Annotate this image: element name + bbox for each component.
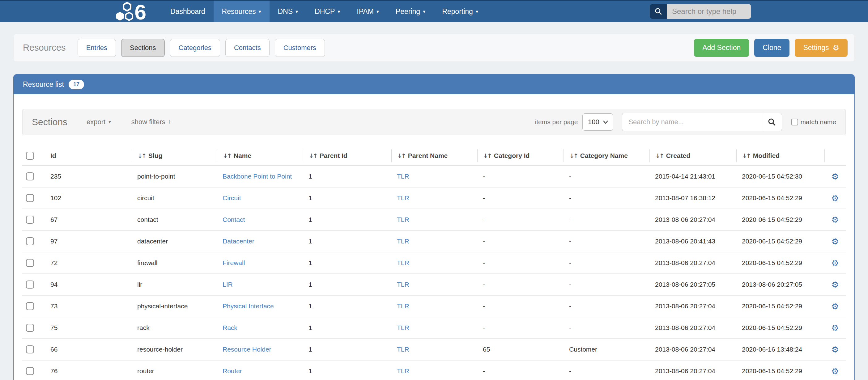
parent-name-link[interactable]: TLR <box>397 194 409 201</box>
column-header-label: Name <box>234 152 251 159</box>
row-gear-button[interactable]: ⚙ <box>831 302 839 311</box>
parent-name-link[interactable]: TLR <box>397 303 409 310</box>
cell-name: Backbone Point to Point <box>217 173 303 180</box>
nav-item-dhcp[interactable]: DHCP▾ <box>306 1 348 22</box>
cell-category-name: - <box>563 259 649 266</box>
parent-name-link[interactable]: TLR <box>397 238 409 245</box>
name-link[interactable]: Physical Interface <box>223 303 274 310</box>
tab-customers[interactable]: Customers <box>275 39 325 57</box>
name-link[interactable]: Resource Holder <box>223 346 271 353</box>
sort-icon[interactable]: ↓↑ <box>483 152 491 159</box>
search-by-name-input[interactable] <box>622 113 762 131</box>
tab-sections[interactable]: Sections <box>121 39 164 57</box>
column-header-label: Parent Id <box>320 152 347 159</box>
cell-parent-id: 1 <box>303 259 391 266</box>
column-header-modified[interactable]: ↓↑Modified <box>736 149 825 162</box>
tab-categories[interactable]: Categories <box>170 39 220 57</box>
cell-category-name: - <box>563 216 649 223</box>
nav-item-peering[interactable]: Peering▾ <box>387 1 434 22</box>
row-checkbox[interactable] <box>26 237 34 245</box>
tab-entries[interactable]: Entries <box>78 39 116 57</box>
column-header-label: Id <box>51 152 56 159</box>
settings-button[interactable]: Settings⚙ <box>795 39 847 57</box>
items-per-page-select[interactable]: 100 <box>582 114 613 131</box>
parent-name-link[interactable]: TLR <box>397 346 409 353</box>
tab-contacts[interactable]: Contacts <box>225 39 270 57</box>
row-checkbox[interactable] <box>26 302 34 310</box>
row-checkbox[interactable] <box>26 259 34 267</box>
nav-item-ipam[interactable]: IPAM▾ <box>348 1 387 22</box>
sections-title: Sections <box>32 117 67 127</box>
row-gear-button[interactable]: ⚙ <box>831 215 839 225</box>
row-checkbox[interactable] <box>26 367 34 375</box>
column-header-category-name[interactable]: ↓↑Category Name <box>563 149 649 162</box>
add-section-button[interactable]: Add Section <box>694 39 749 57</box>
column-header-created[interactable]: ↓↑Created <box>649 149 736 162</box>
sort-icon[interactable]: ↓↑ <box>569 152 578 159</box>
column-header-parent-name[interactable]: ↓↑Parent Name <box>391 149 477 162</box>
help-search-input[interactable] <box>667 4 751 19</box>
column-header-slug[interactable]: ↓↑Slug <box>132 149 217 162</box>
column-header-parent-id[interactable]: ↓↑Parent Id <box>303 149 391 162</box>
cell-slug: resource-holder <box>132 346 217 353</box>
row-gear-button[interactable]: ⚙ <box>831 280 839 289</box>
row-checkbox[interactable] <box>26 194 34 202</box>
row-checkbox[interactable] <box>26 345 34 353</box>
row-checkbox[interactable] <box>26 281 34 289</box>
show-filters-toggle[interactable]: show filters + <box>131 118 171 126</box>
match-name-checkbox[interactable] <box>791 119 798 125</box>
parent-name-link[interactable]: TLR <box>397 324 409 331</box>
name-link[interactable]: Contact <box>223 216 245 223</box>
parent-name-link[interactable]: TLR <box>397 259 409 266</box>
row-gear-button[interactable]: ⚙ <box>831 258 839 268</box>
sort-icon[interactable]: ↓↑ <box>223 152 231 159</box>
name-link[interactable]: LIR <box>223 281 233 288</box>
select-all-checkbox[interactable] <box>26 152 34 160</box>
cell-category-name: Customer <box>563 346 649 353</box>
export-dropdown[interactable]: export ▾ <box>87 118 111 126</box>
app-logo[interactable]: 6 <box>114 1 153 22</box>
sort-icon[interactable]: ↓↑ <box>309 152 317 159</box>
column-header-category-id[interactable]: ↓↑Category Id <box>477 149 563 162</box>
parent-name-link[interactable]: TLR <box>397 216 409 223</box>
cell-slug: datacenter <box>132 238 217 245</box>
table-row: 73physical-interfacePhysical Interface1T… <box>22 296 846 317</box>
parent-name-link[interactable]: TLR <box>397 367 409 374</box>
name-link[interactable]: Backbone Point to Point <box>223 173 292 180</box>
cell-parent-name: TLR <box>391 303 477 310</box>
row-gear-button[interactable]: ⚙ <box>831 236 839 246</box>
clone-button[interactable]: Clone <box>754 39 789 57</box>
row-gear-button[interactable]: ⚙ <box>831 323 839 333</box>
cell-modified: 2020-06-16 13:48:24 <box>736 346 825 353</box>
name-link[interactable]: Rack <box>223 324 238 331</box>
row-gear-button[interactable]: ⚙ <box>831 367 839 376</box>
name-link[interactable]: Datacenter <box>223 238 254 245</box>
action-button-label: Clone <box>763 43 781 52</box>
row-gear-button[interactable]: ⚙ <box>831 345 839 354</box>
nav-item-dashboard[interactable]: Dashboard <box>162 1 214 22</box>
row-checkbox[interactable] <box>26 324 34 332</box>
sort-icon[interactable]: ↓↑ <box>137 152 146 159</box>
name-link[interactable]: Circuit <box>223 194 241 201</box>
column-header-name[interactable]: ↓↑Name <box>217 149 303 162</box>
parent-name-link[interactable]: TLR <box>397 173 409 180</box>
cell-category-name: - <box>563 173 649 180</box>
sort-icon[interactable]: ↓↑ <box>397 152 405 159</box>
panel-title: Resource list <box>23 80 64 89</box>
nav-item-reporting[interactable]: Reporting▾ <box>434 1 487 22</box>
name-link[interactable]: Router <box>223 367 242 374</box>
row-gear-button[interactable]: ⚙ <box>831 193 839 203</box>
cell-modified: 2020-06-15 04:52:29 <box>736 216 825 223</box>
cell-name: Rack <box>217 324 303 331</box>
sort-icon[interactable]: ↓↑ <box>655 152 663 159</box>
name-link[interactable]: Firewall <box>223 259 245 266</box>
nav-item-dns[interactable]: DNS▾ <box>270 1 307 22</box>
parent-name-link[interactable]: TLR <box>397 281 409 288</box>
sort-icon[interactable]: ↓↑ <box>742 152 750 159</box>
row-gear-button[interactable]: ⚙ <box>831 172 839 181</box>
nav-item-resources[interactable]: Resources▾ <box>214 1 270 22</box>
row-checkbox[interactable] <box>26 216 34 224</box>
help-search-icon[interactable] <box>650 4 667 19</box>
row-checkbox[interactable] <box>26 172 34 181</box>
search-button[interactable] <box>762 113 782 131</box>
